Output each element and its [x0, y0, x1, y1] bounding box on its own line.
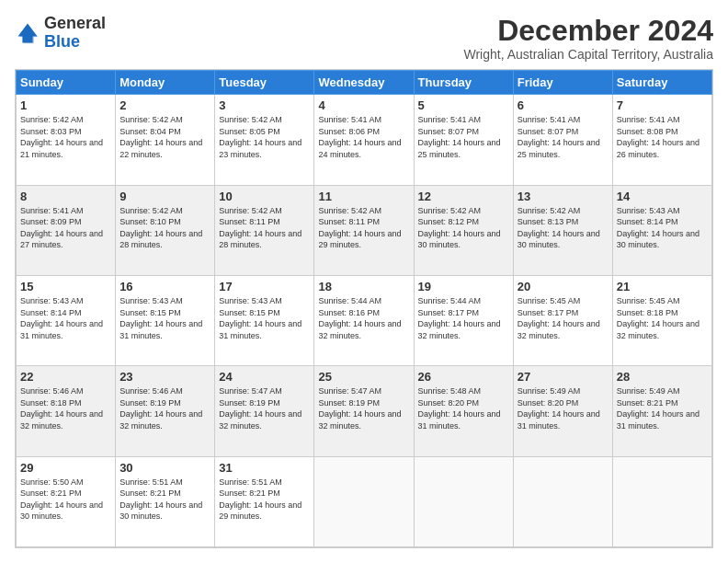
calendar-week-row: 8Sunrise: 5:41 AMSunset: 8:09 PMDaylight…	[17, 185, 712, 275]
calendar-cell: 3Sunrise: 5:42 AMSunset: 8:05 PMDaylight…	[215, 95, 314, 185]
calendar-cell: 27Sunrise: 5:49 AMSunset: 8:20 PMDayligh…	[513, 366, 612, 456]
calendar-cell: 16Sunrise: 5:43 AMSunset: 8:15 PMDayligh…	[116, 275, 215, 365]
day-info: Sunrise: 5:43 AMSunset: 8:14 PMDaylight:…	[20, 295, 111, 341]
day-number: 17	[219, 280, 310, 293]
logo-general: General	[44, 15, 106, 33]
day-info: Sunrise: 5:44 AMSunset: 8:17 PMDaylight:…	[418, 295, 509, 341]
day-number: 11	[318, 190, 409, 203]
calendar-cell: 20Sunrise: 5:45 AMSunset: 8:17 PMDayligh…	[513, 275, 612, 365]
calendar-cell: 19Sunrise: 5:44 AMSunset: 8:17 PMDayligh…	[414, 275, 513, 365]
day-info: Sunrise: 5:51 AMSunset: 8:21 PMDaylight:…	[119, 477, 210, 523]
calendar-cell: 12Sunrise: 5:42 AMSunset: 8:12 PMDayligh…	[414, 185, 513, 275]
calendar-cell: 1Sunrise: 5:42 AMSunset: 8:03 PMDaylight…	[17, 95, 116, 185]
day-info: Sunrise: 5:49 AMSunset: 8:20 PMDaylight:…	[518, 385, 609, 431]
day-info: Sunrise: 5:42 AMSunset: 8:03 PMDaylight:…	[20, 114, 111, 160]
day-number: 31	[219, 461, 310, 475]
calendar-cell: 10Sunrise: 5:42 AMSunset: 8:11 PMDayligh…	[215, 185, 314, 275]
day-number: 3	[219, 98, 310, 112]
subtitle: Wright, Australian Capital Territory, Au…	[463, 47, 713, 62]
day-info: Sunrise: 5:50 AMSunset: 8:21 PMDaylight:…	[20, 477, 111, 523]
calendar-cell: 30Sunrise: 5:51 AMSunset: 8:21 PMDayligh…	[116, 456, 215, 546]
calendar-cell: 8Sunrise: 5:41 AMSunset: 8:09 PMDaylight…	[17, 185, 116, 275]
calendar-cell: 24Sunrise: 5:47 AMSunset: 8:19 PMDayligh…	[215, 366, 314, 456]
calendar-cell	[414, 456, 513, 546]
calendar-body: 1Sunrise: 5:42 AMSunset: 8:03 PMDaylight…	[17, 95, 712, 547]
weekday-sunday: Sunday	[17, 71, 116, 95]
calendar-cell: 13Sunrise: 5:42 AMSunset: 8:13 PMDayligh…	[513, 185, 612, 275]
weekday-friday: Friday	[513, 71, 612, 95]
calendar-cell: 15Sunrise: 5:43 AMSunset: 8:14 PMDayligh…	[17, 275, 116, 365]
day-info: Sunrise: 5:49 AMSunset: 8:21 PMDaylight:…	[617, 385, 708, 431]
day-number: 30	[119, 461, 210, 475]
calendar-cell: 7Sunrise: 5:41 AMSunset: 8:08 PMDaylight…	[612, 95, 711, 185]
day-number: 8	[20, 190, 111, 203]
day-number: 27	[518, 370, 609, 384]
day-info: Sunrise: 5:44 AMSunset: 8:16 PMDaylight:…	[318, 295, 409, 341]
calendar-cell	[513, 456, 612, 546]
calendar-cell: 25Sunrise: 5:47 AMSunset: 8:19 PMDayligh…	[314, 366, 414, 456]
weekday-thursday: Thursday	[414, 71, 513, 95]
logo: General Blue	[15, 15, 106, 52]
calendar-header: SundayMondayTuesdayWednesdayThursdayFrid…	[17, 71, 712, 95]
day-number: 2	[119, 98, 210, 112]
day-number: 24	[219, 370, 310, 384]
day-number: 22	[20, 370, 111, 384]
day-number: 20	[518, 280, 609, 293]
day-info: Sunrise: 5:42 AMSunset: 8:11 PMDaylight:…	[219, 205, 310, 251]
weekday-monday: Monday	[116, 71, 215, 95]
calendar-week-row: 22Sunrise: 5:46 AMSunset: 8:18 PMDayligh…	[17, 366, 712, 456]
day-number: 1	[20, 98, 111, 112]
day-number: 15	[20, 280, 111, 293]
header: General Blue December 2024 Wright, Austr…	[15, 15, 713, 62]
day-info: Sunrise: 5:42 AMSunset: 8:13 PMDaylight:…	[518, 205, 609, 251]
day-number: 4	[318, 98, 409, 112]
day-number: 18	[318, 280, 409, 293]
calendar-cell: 29Sunrise: 5:50 AMSunset: 8:21 PMDayligh…	[17, 456, 116, 546]
day-info: Sunrise: 5:45 AMSunset: 8:17 PMDaylight:…	[518, 295, 609, 341]
day-info: Sunrise: 5:42 AMSunset: 8:12 PMDaylight:…	[418, 205, 509, 251]
day-number: 13	[518, 190, 609, 203]
day-info: Sunrise: 5:43 AMSunset: 8:14 PMDaylight:…	[617, 205, 708, 251]
day-info: Sunrise: 5:42 AMSunset: 8:04 PMDaylight:…	[119, 114, 210, 160]
day-number: 19	[418, 280, 509, 293]
calendar-cell: 26Sunrise: 5:48 AMSunset: 8:20 PMDayligh…	[414, 366, 513, 456]
calendar-cell	[612, 456, 711, 546]
weekday-saturday: Saturday	[612, 71, 711, 95]
day-number: 7	[617, 98, 708, 112]
weekday-row: SundayMondayTuesdayWednesdayThursdayFrid…	[17, 71, 712, 95]
calendar-cell: 5Sunrise: 5:41 AMSunset: 8:07 PMDaylight…	[414, 95, 513, 185]
calendar-cell: 6Sunrise: 5:41 AMSunset: 8:07 PMDaylight…	[513, 95, 612, 185]
day-number: 16	[119, 280, 210, 293]
calendar-week-row: 15Sunrise: 5:43 AMSunset: 8:14 PMDayligh…	[17, 275, 712, 365]
day-info: Sunrise: 5:41 AMSunset: 8:08 PMDaylight:…	[617, 114, 708, 160]
day-info: Sunrise: 5:41 AMSunset: 8:07 PMDaylight:…	[518, 114, 609, 160]
day-number: 6	[518, 98, 609, 112]
calendar-cell: 28Sunrise: 5:49 AMSunset: 8:21 PMDayligh…	[612, 366, 711, 456]
calendar-table: SundayMondayTuesdayWednesdayThursdayFrid…	[16, 70, 712, 547]
calendar-cell: 22Sunrise: 5:46 AMSunset: 8:18 PMDayligh…	[17, 366, 116, 456]
weekday-wednesday: Wednesday	[314, 71, 414, 95]
day-number: 14	[617, 190, 708, 203]
day-info: Sunrise: 5:42 AMSunset: 8:10 PMDaylight:…	[119, 205, 210, 251]
day-info: Sunrise: 5:47 AMSunset: 8:19 PMDaylight:…	[318, 385, 409, 431]
calendar-cell	[314, 456, 414, 546]
logo-text: General Blue	[44, 15, 106, 52]
calendar-week-row: 1Sunrise: 5:42 AMSunset: 8:03 PMDaylight…	[17, 95, 712, 185]
calendar-cell: 14Sunrise: 5:43 AMSunset: 8:14 PMDayligh…	[612, 185, 711, 275]
main-title: December 2024	[463, 15, 713, 47]
day-number: 5	[418, 98, 509, 112]
day-number: 21	[617, 280, 708, 293]
day-info: Sunrise: 5:43 AMSunset: 8:15 PMDaylight:…	[119, 295, 210, 341]
day-number: 26	[418, 370, 509, 384]
calendar-week-row: 29Sunrise: 5:50 AMSunset: 8:21 PMDayligh…	[17, 456, 712, 546]
day-number: 10	[219, 190, 310, 203]
day-info: Sunrise: 5:43 AMSunset: 8:15 PMDaylight:…	[219, 295, 310, 341]
day-number: 9	[119, 190, 210, 203]
calendar-cell: 2Sunrise: 5:42 AMSunset: 8:04 PMDaylight…	[116, 95, 215, 185]
day-number: 29	[20, 461, 111, 475]
day-info: Sunrise: 5:45 AMSunset: 8:18 PMDaylight:…	[617, 295, 708, 341]
calendar-cell: 17Sunrise: 5:43 AMSunset: 8:15 PMDayligh…	[215, 275, 314, 365]
day-number: 28	[617, 370, 708, 384]
day-number: 23	[119, 370, 210, 384]
logo-blue: Blue	[44, 33, 106, 52]
